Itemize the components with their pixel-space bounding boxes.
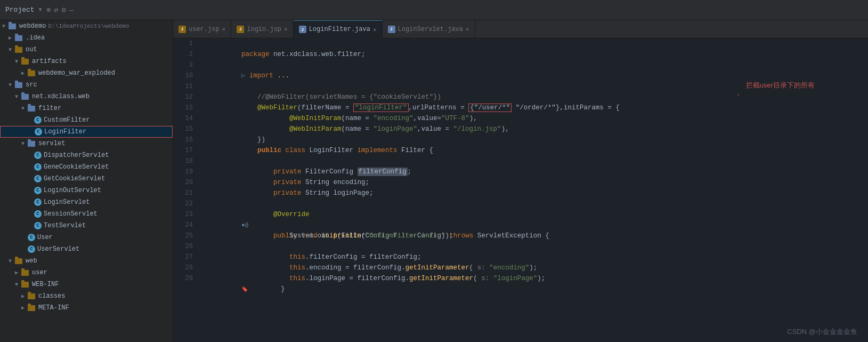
- code-line-12: @WebFilter(filterName = "loginFilter",ur…: [201, 92, 868, 102]
- folder-metainf-icon: [28, 304, 36, 312]
- line-num: 2: [173, 49, 193, 60]
- class-icon: C: [34, 116, 42, 124]
- sidebar-item-userservlet[interactable]: ▶ C UserServlet: [0, 243, 173, 255]
- sidebar-item-loginfilter[interactable]: ▶ C LoginFilter: [0, 126, 173, 138]
- tab-close-icon[interactable]: ✕: [466, 26, 469, 33]
- tab-user-jsp[interactable]: J user.jsp ✕: [173, 20, 231, 38]
- line-num: 23: [173, 209, 193, 220]
- tab-close-icon[interactable]: ✕: [373, 26, 377, 33]
- dropdown-arrow-icon[interactable]: ▼: [39, 7, 42, 13]
- code-line-2: [201, 49, 868, 60]
- sidebar-item-label: webdemo: [19, 22, 46, 30]
- folder-war-icon: [28, 69, 36, 77]
- code-line-23: ●@ public void init(FilterConfig filterC…: [201, 209, 868, 220]
- expand-arrow-icon: ▼: [15, 282, 21, 288]
- sidebar-item-package[interactable]: ▼ net.xdclass.web: [0, 91, 173, 102]
- expand-arrow-icon: ▶: [9, 35, 15, 41]
- line-num: 10: [173, 70, 193, 81]
- sidebar-item-label: LoginFilter: [44, 128, 86, 136]
- sidebar-item-label: UserServlet: [37, 245, 79, 253]
- sidebar-item-testservlet[interactable]: ▶ C TestServlet: [0, 220, 173, 232]
- code-line-15: }): [201, 124, 868, 134]
- expand-arrow-icon: ▶: [21, 305, 28, 311]
- tab-loginservlet-java[interactable]: J LoginServlet.java ✕: [383, 20, 475, 38]
- sidebar-item-out[interactable]: ▼ out: [0, 44, 173, 55]
- sidebar-item-loginservlet[interactable]: ▶ C LoginServlet: [0, 196, 173, 208]
- settings-icon[interactable]: ⚙: [62, 5, 66, 14]
- title-bar: Project ▼ ⊕ ⇄ ⚙ —: [0, 0, 868, 20]
- sidebar-item-servlet[interactable]: ▼ servlet: [0, 138, 173, 149]
- project-path: D:\IdeaProjects\webdemo: [48, 23, 129, 29]
- sidebar-item-user-folder[interactable]: ▶ user: [0, 267, 173, 279]
- code-line-11: //@WebFilter(servletNames = {"cookieServ…: [201, 81, 868, 92]
- folder-webinf-icon: [21, 281, 30, 288]
- line-num: 29: [173, 273, 193, 284]
- sidebar-item-label: artifacts: [32, 58, 67, 65]
- tab-bar: J user.jsp ✕ J login.jsp ✕ J LoginFilter…: [173, 20, 868, 38]
- sidebar-item-label: src: [26, 81, 37, 89]
- tab-login-jsp[interactable]: J login.jsp ✕: [231, 20, 293, 38]
- sidebar-item-genecookieservlet[interactable]: ▶ C GeneCookieServlet: [0, 161, 173, 173]
- line-num: 1: [173, 38, 193, 49]
- sidebar-item-customfilter[interactable]: ▶ C CustomFilter: [0, 114, 173, 126]
- line-num: 27: [173, 252, 193, 263]
- sidebar-item-label: net.xdclass.web: [32, 93, 90, 100]
- line-num: 20: [173, 177, 193, 188]
- class-icon: C: [34, 187, 42, 194]
- code-line-10: [201, 70, 868, 81]
- sidebar-item-label: .idea: [26, 34, 45, 42]
- code-line-13: @WebInitParam(name = "encoding",value="U…: [201, 102, 868, 113]
- code-line-24: System.out.println("CustomFilter init ")…: [201, 220, 868, 230]
- title-bar-icons: ⊕ ⇄ ⚙ —: [46, 5, 74, 14]
- sidebar-item-webdemo-war[interactable]: ▶ webdemo_war_exploded: [0, 67, 173, 79]
- sidebar-item-label: TestServlet: [44, 222, 86, 229]
- editor-area: J user.jsp ✕ J login.jsp ✕ J LoginFilter…: [173, 20, 868, 342]
- expand-arrow-icon: ▼: [9, 82, 15, 88]
- line-num: 28: [173, 263, 193, 273]
- line-num: 18: [173, 156, 193, 166]
- class-icon: C: [34, 175, 42, 182]
- tab-loginfilter-java[interactable]: J LoginFilter.java ✕: [294, 20, 383, 38]
- sidebar-item-label: classes: [38, 292, 65, 300]
- sidebar-item-webinf[interactable]: ▼ WEB-INF: [0, 279, 173, 290]
- tab-label: LoginServlet.java: [398, 26, 463, 33]
- main-layout: ▼ webdemo D:\IdeaProjects\webdemo ▶ .ide…: [0, 20, 868, 342]
- minimize-icon[interactable]: —: [69, 6, 74, 14]
- sidebar-item-sessionservlet[interactable]: ▶ C SessionServlet: [0, 208, 173, 220]
- sidebar-item-web[interactable]: ▼ web: [0, 255, 173, 267]
- line-num: 22: [173, 198, 193, 209]
- sidebar-item-idea[interactable]: ▶ .idea: [0, 32, 173, 44]
- line-num: 15: [173, 124, 193, 134]
- line-num: 21: [173, 188, 193, 198]
- class-icon: C: [28, 245, 35, 253]
- code-content[interactable]: package net.xdclass.web.filter; ▷ import…: [197, 38, 868, 342]
- sidebar-item-filter[interactable]: ▼ filter: [0, 102, 173, 114]
- folder-idea-icon: [15, 34, 23, 42]
- sidebar-item-label: GeneCookieServlet: [44, 163, 109, 171]
- tab-close-icon[interactable]: ✕: [284, 26, 288, 33]
- sidebar-item-artifacts[interactable]: ▼ artifacts: [0, 55, 173, 67]
- code-line-25: [201, 230, 868, 241]
- code-line-18: private FilterConfig filterConfig;: [201, 156, 868, 166]
- code-line-1: package net.xdclass.web.filter;: [201, 38, 868, 49]
- sidebar-item-metainf[interactable]: ▶ META-INF: [0, 302, 173, 314]
- code-line-16: public class LoginFilter implements Filt…: [201, 134, 868, 145]
- sidebar-item-classes[interactable]: ▶ classes: [0, 290, 173, 302]
- sidebar-item-user[interactable]: ▶ C User: [0, 232, 173, 243]
- sidebar-item-getcookieservlet[interactable]: ▶ C GetCookieServlet: [0, 173, 173, 185]
- project-label[interactable]: Project: [5, 6, 35, 14]
- code-line-22: @Override: [201, 198, 868, 209]
- line-num: 16: [173, 134, 193, 145]
- class-icon: C: [34, 163, 42, 171]
- code-line-14: @WebInitParam(name = "loginPage",value =…: [201, 113, 868, 124]
- class-icon: C: [34, 152, 42, 159]
- sidebar-item-loginoutservlet[interactable]: ▶ C LoginOutServlet: [0, 185, 173, 196]
- sidebar-item-dispatcherservlet[interactable]: ▶ C DispatcherServlet: [0, 149, 173, 161]
- add-file-icon[interactable]: ⊕: [46, 5, 51, 14]
- sidebar-item-label: SessionServlet: [44, 210, 98, 218]
- line-num: 3: [173, 60, 193, 70]
- tab-close-icon[interactable]: ✕: [222, 26, 226, 33]
- switch-icon[interactable]: ⇄: [54, 5, 58, 14]
- sidebar-item-webdemo[interactable]: ▼ webdemo D:\IdeaProjects\webdemo: [0, 20, 173, 32]
- sidebar-item-src[interactable]: ▼ src: [0, 79, 173, 91]
